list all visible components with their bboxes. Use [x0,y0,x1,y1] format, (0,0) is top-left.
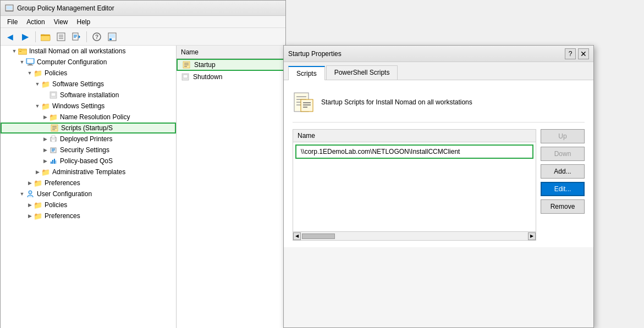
tab-powershell[interactable]: PowerShell Scripts [326,65,398,80]
security-settings-label: Security Settings [60,146,109,154]
dialog-help-button[interactable]: ? [565,48,576,59]
scripts-label: Scripts (Startup/S [61,124,113,132]
tree-item-policies[interactable]: ▼ 📁 Policies [1,68,176,79]
toggle-admin-templates[interactable]: ▶ [34,168,41,176]
back-button[interactable]: ◀ [3,30,17,44]
toggle-printers[interactable]: ▶ [41,135,49,143]
printers-label: Deployed Printers [60,135,112,143]
svg-rect-36 [52,140,55,142]
tree-item-scripts[interactable]: Scripts (Startup/S [1,123,176,134]
remove-button[interactable]: Remove [541,199,585,214]
list-button[interactable] [54,30,68,44]
edit-button[interactable]: Edit... [541,182,585,196]
tree-item-windows-settings[interactable]: ▼ 📁 Windows Settings [1,101,176,112]
tree-toggle-root[interactable]: ▼ [10,47,18,55]
admin-templates-label: Administrative Templates [52,168,125,176]
tree-item-user-policies[interactable]: ▶ 📁 Policies [1,199,176,210]
svg-rect-23 [19,51,21,52]
toggle-software-settings[interactable]: ▼ [34,80,41,88]
tree-item-preferences[interactable]: ▶ 📁 Preferences [1,177,176,188]
list-item-startup[interactable]: Startup [177,59,285,71]
computer-config-icon [26,58,35,66]
toggle-preferences[interactable]: ▶ [26,179,34,187]
toggle-policies[interactable]: ▼ [26,69,34,77]
menu-file[interactable]: File [3,17,22,27]
horizontal-scrollbar[interactable]: ◀ ▶ [293,231,536,240]
policies-icon: 📁 [34,69,42,77]
preferences-icon: 📁 [34,179,42,187]
user-config-icon [26,190,35,198]
name-res-label: Name Resolution Policy [60,113,130,121]
app-icon [5,4,14,13]
tab-scripts[interactable]: Scripts [288,66,325,80]
export-button[interactable] [69,30,84,44]
menu-action[interactable]: Action [22,17,49,27]
svg-point-46 [29,191,32,194]
toggle-computer-config[interactable]: ▼ [18,58,26,66]
help-toolbar-button[interactable]: ? [90,30,104,44]
dialog-close-button[interactable]: ✕ [578,48,589,59]
menu-bar: File Action View Help [1,16,285,28]
software-settings-label: Software Settings [52,80,104,88]
scroll-thumb[interactable] [302,234,335,239]
forward-button[interactable]: ▶ [18,30,32,44]
tree-root[interactable]: ▼ Install Nomad on all workstations [1,46,176,57]
toggle-user-policies[interactable]: ▶ [26,201,34,209]
svg-rect-45 [56,160,56,164]
menu-view[interactable]: View [49,17,73,27]
scripts-icon [50,124,59,132]
admin-templates-icon: 📁 [41,168,50,176]
policies-label: Policies [45,69,67,77]
tree-item-admin-templates[interactable]: ▶ 📁 Administrative Templates [1,166,176,177]
toggle-user-config[interactable]: ▼ [18,190,26,198]
toggle-windows-settings[interactable]: ▼ [34,102,41,110]
col-name-label: Name [181,48,199,56]
toggle-name-res[interactable]: ▶ [41,113,49,121]
user-policies-icon: 📁 [34,201,42,209]
scripts-table: \\corp.1EDemoLab.com\NETLOGON\InstallCCM… [293,142,536,241]
tree-item-user-prefs[interactable]: ▶ 📁 Preferences [1,210,176,221]
scroll-right-button[interactable]: ▶ [528,232,536,240]
tree-item-security[interactable]: ▶ Security Settings [1,144,176,155]
root-label: Install Nomad on all workstations [29,47,125,55]
extra-toolbar-button[interactable] [105,30,119,44]
app-title: Group Policy Management Editor [17,4,114,12]
user-prefs-label: Preferences [45,212,80,220]
printers-icon [49,135,58,143]
shutdown-label: Shutdown [193,73,222,81]
svg-rect-25 [27,59,33,63]
up-button[interactable]: Up [541,129,585,143]
svg-rect-42 [51,162,52,164]
folder-button[interactable] [38,30,53,44]
user-policies-label: Policies [45,201,67,209]
svg-rect-22 [18,50,27,54]
tree-item-computer-config[interactable]: ▼ Computer Configuration [1,57,176,68]
preferences-label: Preferences [45,179,80,187]
toggle-scripts [42,124,50,132]
menu-help[interactable]: Help [73,17,95,27]
add-button[interactable]: Add... [541,164,585,179]
toggle-user-prefs[interactable]: ▶ [26,212,34,220]
dialog-title: Startup Properties [288,50,342,58]
svg-rect-1 [7,6,12,9]
tree-item-printers[interactable]: ▶ Deployed Printers [1,134,176,144]
toggle-security[interactable]: ▶ [41,146,49,154]
main-window: Group Policy Management Editor File Acti… [0,0,286,328]
user-config-label: User Configuration [37,190,92,198]
startup-icon [182,60,191,69]
tree-item-software-install[interactable]: Software installation [1,90,176,101]
script-row[interactable]: \\corp.1EDemoLab.com\NETLOGON\InstallCCM… [295,144,533,159]
scroll-left-button[interactable]: ◀ [293,232,301,240]
toolbar-separator-2 [86,31,87,42]
sw-install-icon [49,91,58,99]
down-button[interactable]: Down [541,147,585,161]
tree-item-name-res[interactable]: ▶ 📁 Name Resolution Policy [1,112,176,123]
list-item-shutdown[interactable]: Shutdown [177,71,285,83]
tree-panel: ▼ Install Nomad on all workstations ▼ [1,46,177,328]
tree-item-qos[interactable]: ▶ Policy-based QoS [1,155,176,166]
toggle-qos[interactable]: ▶ [41,157,49,165]
tree-item-software-settings[interactable]: ▼ 📁 Software Settings [1,79,176,90]
dialog-tabs: Scripts PowerShell Scripts [284,62,593,80]
tree-item-user-config[interactable]: ▼ User Configuration [1,188,176,199]
scripts-table-container: Name \\corp.1EDemoLab.com\NETLOGON\Insta… [293,129,536,241]
